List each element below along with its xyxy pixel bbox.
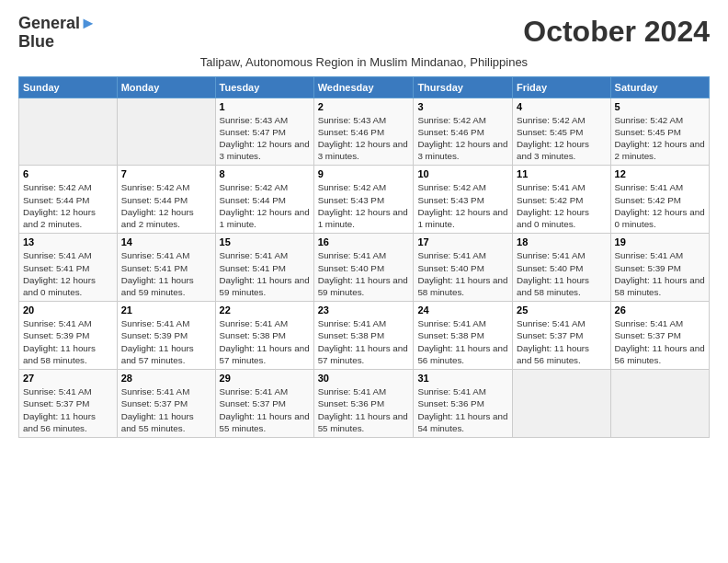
calendar-cell: 19Sunrise: 5:41 AM Sunset: 5:39 PM Dayli… <box>610 234 709 302</box>
calendar-cell: 23Sunrise: 5:41 AM Sunset: 5:38 PM Dayli… <box>313 302 414 370</box>
day-info: Sunrise: 5:41 AM Sunset: 5:37 PM Dayligh… <box>23 385 113 434</box>
calendar-header-saturday: Saturday <box>610 76 709 98</box>
calendar-header-sunday: Sunday <box>19 76 118 98</box>
calendar-cell: 11Sunrise: 5:41 AM Sunset: 5:42 PM Dayli… <box>513 166 611 234</box>
calendar-cell: 10Sunrise: 5:42 AM Sunset: 5:43 PM Dayli… <box>414 166 513 234</box>
day-info: Sunrise: 5:43 AM Sunset: 5:47 PM Dayligh… <box>220 114 310 163</box>
calendar-cell: 18Sunrise: 5:41 AM Sunset: 5:40 PM Dayli… <box>513 234 611 302</box>
calendar-header-tuesday: Tuesday <box>215 76 313 98</box>
calendar-cell: 2Sunrise: 5:43 AM Sunset: 5:46 PM Daylig… <box>313 98 414 166</box>
day-info: Sunrise: 5:41 AM Sunset: 5:36 PM Dayligh… <box>417 385 508 434</box>
day-info: Sunrise: 5:41 AM Sunset: 5:42 PM Dayligh… <box>615 181 705 230</box>
day-info: Sunrise: 5:41 AM Sunset: 5:37 PM Dayligh… <box>220 385 310 434</box>
day-info: Sunrise: 5:41 AM Sunset: 5:38 PM Dayligh… <box>318 317 410 366</box>
calendar-cell: 13Sunrise: 5:41 AM Sunset: 5:41 PM Dayli… <box>19 234 118 302</box>
day-number: 20 <box>23 304 113 316</box>
day-number: 18 <box>517 236 607 247</box>
logo-text: General►Blue <box>18 15 97 52</box>
day-number: 8 <box>220 168 310 179</box>
calendar-week-2: 6Sunrise: 5:42 AM Sunset: 5:44 PM Daylig… <box>19 166 710 234</box>
day-number: 30 <box>318 373 410 384</box>
day-number: 15 <box>220 236 310 247</box>
calendar-table: SundayMondayTuesdayWednesdayThursdayFrid… <box>18 76 710 438</box>
calendar-cell <box>610 370 709 438</box>
day-info: Sunrise: 5:42 AM Sunset: 5:46 PM Dayligh… <box>417 114 508 163</box>
page-subtitle: Talipaw, Autonomous Region in Muslim Min… <box>18 55 710 69</box>
day-info: Sunrise: 5:42 AM Sunset: 5:43 PM Dayligh… <box>318 181 410 230</box>
calendar-cell: 21Sunrise: 5:41 AM Sunset: 5:39 PM Dayli… <box>117 302 215 370</box>
day-info: Sunrise: 5:42 AM Sunset: 5:43 PM Dayligh… <box>417 181 508 230</box>
day-number: 27 <box>23 373 113 384</box>
day-info: Sunrise: 5:41 AM Sunset: 5:40 PM Dayligh… <box>417 249 508 298</box>
day-number: 22 <box>220 304 310 316</box>
day-number: 14 <box>121 236 211 247</box>
calendar-cell: 9Sunrise: 5:42 AM Sunset: 5:43 PM Daylig… <box>313 166 414 234</box>
calendar-week-5: 27Sunrise: 5:41 AM Sunset: 5:37 PM Dayli… <box>19 370 710 438</box>
day-info: Sunrise: 5:43 AM Sunset: 5:46 PM Dayligh… <box>318 114 410 163</box>
day-info: Sunrise: 5:41 AM Sunset: 5:41 PM Dayligh… <box>121 249 211 298</box>
day-number: 13 <box>23 236 113 247</box>
calendar-cell: 8Sunrise: 5:42 AM Sunset: 5:44 PM Daylig… <box>215 166 313 234</box>
day-number: 1 <box>220 101 310 112</box>
calendar-header-monday: Monday <box>117 76 215 98</box>
day-info: Sunrise: 5:41 AM Sunset: 5:42 PM Dayligh… <box>517 181 607 230</box>
day-info: Sunrise: 5:41 AM Sunset: 5:39 PM Dayligh… <box>615 249 705 298</box>
day-number: 2 <box>318 101 410 112</box>
calendar-header-row: SundayMondayTuesdayWednesdayThursdayFrid… <box>19 76 710 98</box>
day-number: 24 <box>417 304 508 316</box>
day-number: 19 <box>615 236 705 247</box>
calendar-cell: 29Sunrise: 5:41 AM Sunset: 5:37 PM Dayli… <box>215 370 313 438</box>
day-number: 6 <box>23 168 113 179</box>
day-number: 7 <box>121 168 211 179</box>
day-number: 26 <box>615 304 705 316</box>
day-info: Sunrise: 5:41 AM Sunset: 5:37 PM Dayligh… <box>615 317 705 366</box>
day-number: 23 <box>318 304 410 316</box>
day-info: Sunrise: 5:42 AM Sunset: 5:44 PM Dayligh… <box>220 181 310 230</box>
calendar-cell <box>117 98 215 166</box>
day-number: 28 <box>121 373 211 384</box>
day-number: 25 <box>517 304 607 316</box>
day-info: Sunrise: 5:41 AM Sunset: 5:39 PM Dayligh… <box>121 317 211 366</box>
calendar-week-3: 13Sunrise: 5:41 AM Sunset: 5:41 PM Dayli… <box>19 234 710 302</box>
day-info: Sunrise: 5:41 AM Sunset: 5:37 PM Dayligh… <box>517 317 607 366</box>
day-number: 16 <box>318 236 410 247</box>
calendar-cell: 5Sunrise: 5:42 AM Sunset: 5:45 PM Daylig… <box>610 98 709 166</box>
calendar-cell: 15Sunrise: 5:41 AM Sunset: 5:41 PM Dayli… <box>215 234 313 302</box>
calendar-cell: 24Sunrise: 5:41 AM Sunset: 5:38 PM Dayli… <box>414 302 513 370</box>
day-info: Sunrise: 5:42 AM Sunset: 5:44 PM Dayligh… <box>23 181 113 230</box>
calendar-header-thursday: Thursday <box>414 76 513 98</box>
day-info: Sunrise: 5:41 AM Sunset: 5:40 PM Dayligh… <box>517 249 607 298</box>
calendar-cell: 4Sunrise: 5:42 AM Sunset: 5:45 PM Daylig… <box>513 98 611 166</box>
calendar-week-1: 1Sunrise: 5:43 AM Sunset: 5:47 PM Daylig… <box>19 98 710 166</box>
day-info: Sunrise: 5:42 AM Sunset: 5:45 PM Dayligh… <box>615 114 705 163</box>
calendar-cell: 27Sunrise: 5:41 AM Sunset: 5:37 PM Dayli… <box>19 370 118 438</box>
day-number: 21 <box>121 304 211 316</box>
day-info: Sunrise: 5:41 AM Sunset: 5:39 PM Dayligh… <box>23 317 113 366</box>
calendar-cell: 3Sunrise: 5:42 AM Sunset: 5:46 PM Daylig… <box>414 98 513 166</box>
calendar-cell <box>513 370 611 438</box>
day-info: Sunrise: 5:41 AM Sunset: 5:38 PM Dayligh… <box>417 317 508 366</box>
calendar-cell: 25Sunrise: 5:41 AM Sunset: 5:37 PM Dayli… <box>513 302 611 370</box>
page-title: October 2024 <box>523 15 710 49</box>
calendar-cell <box>19 98 118 166</box>
calendar-cell: 30Sunrise: 5:41 AM Sunset: 5:36 PM Dayli… <box>313 370 414 438</box>
day-info: Sunrise: 5:41 AM Sunset: 5:37 PM Dayligh… <box>121 385 211 434</box>
day-info: Sunrise: 5:42 AM Sunset: 5:44 PM Dayligh… <box>121 181 211 230</box>
day-info: Sunrise: 5:41 AM Sunset: 5:41 PM Dayligh… <box>23 249 113 298</box>
calendar-week-4: 20Sunrise: 5:41 AM Sunset: 5:39 PM Dayli… <box>19 302 710 370</box>
calendar-cell: 16Sunrise: 5:41 AM Sunset: 5:40 PM Dayli… <box>313 234 414 302</box>
calendar-cell: 20Sunrise: 5:41 AM Sunset: 5:39 PM Dayli… <box>19 302 118 370</box>
calendar-cell: 6Sunrise: 5:42 AM Sunset: 5:44 PM Daylig… <box>19 166 118 234</box>
calendar-cell: 28Sunrise: 5:41 AM Sunset: 5:37 PM Dayli… <box>117 370 215 438</box>
calendar-header-friday: Friday <box>513 76 611 98</box>
calendar-cell: 17Sunrise: 5:41 AM Sunset: 5:40 PM Dayli… <box>414 234 513 302</box>
calendar-cell: 26Sunrise: 5:41 AM Sunset: 5:37 PM Dayli… <box>610 302 709 370</box>
day-info: Sunrise: 5:42 AM Sunset: 5:45 PM Dayligh… <box>517 114 607 163</box>
day-number: 29 <box>220 373 310 384</box>
day-number: 12 <box>615 168 705 179</box>
day-number: 5 <box>615 101 705 112</box>
day-number: 9 <box>318 168 410 179</box>
day-number: 11 <box>517 168 607 179</box>
day-number: 31 <box>417 373 508 384</box>
day-info: Sunrise: 5:41 AM Sunset: 5:38 PM Dayligh… <box>220 317 310 366</box>
